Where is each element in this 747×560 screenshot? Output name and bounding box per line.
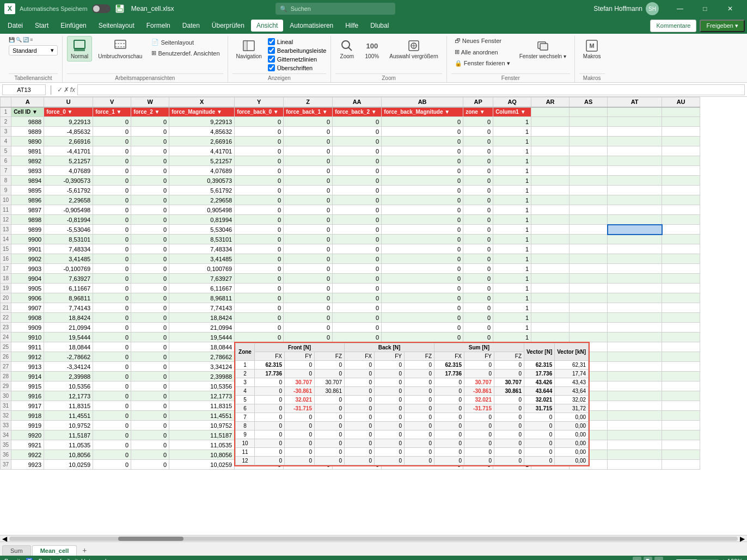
fenster-wechseln-button[interactable]: Fenster wechseln ▾ <box>516 36 570 61</box>
cell-aa11[interactable]: 0 <box>333 205 382 215</box>
cell-as8[interactable] <box>570 176 608 186</box>
menu-ueberpruefen[interactable]: Überprüfen <box>206 20 250 32</box>
cell-x5[interactable]: 4,41701 <box>169 146 235 156</box>
cell-as15[interactable] <box>570 244 608 254</box>
cell-y11[interactable]: 0 <box>235 205 284 215</box>
cell-at9[interactable] <box>608 186 662 195</box>
gitternetzlinien-checkbox-label[interactable]: Gitternetzlinien <box>268 56 327 63</box>
cell-w5[interactable]: 0 <box>131 146 169 156</box>
menu-formeln[interactable]: Formeln <box>141 20 176 32</box>
cell-as4[interactable] <box>570 137 608 146</box>
cell-ar18[interactable] <box>531 274 570 284</box>
cell-aa24[interactable]: 0 <box>333 333 382 342</box>
cell-x28[interactable]: 2,39988 <box>169 372 235 381</box>
cell-ar16[interactable] <box>531 254 570 264</box>
cell-ab5[interactable]: 0 <box>382 146 463 156</box>
cell-w20[interactable]: 0 <box>131 293 169 303</box>
cell-z5[interactable]: 0 <box>284 146 333 156</box>
cell-au37[interactable] <box>662 460 700 470</box>
cell-x14[interactable]: 8,53101 <box>169 235 235 244</box>
cell-at27[interactable] <box>608 362 662 372</box>
cell-u35[interactable]: 11,0535 <box>44 440 93 450</box>
cell-a10[interactable]: 9896 <box>11 195 44 205</box>
cell-aq18[interactable]: 1 <box>493 274 531 284</box>
cell-ap8[interactable]: 0 <box>463 176 493 186</box>
cell-a32[interactable]: 9918 <box>11 411 44 421</box>
cell-aq4[interactable]: 1 <box>493 137 531 146</box>
minimize-button[interactable]: — <box>668 0 693 17</box>
cell-x7[interactable]: 4,07689 <box>169 166 235 176</box>
cell-ar20[interactable] <box>531 293 570 303</box>
cell-au11[interactable] <box>662 205 700 215</box>
cell-x15[interactable]: 7,48334 <box>169 244 235 254</box>
cell-as24[interactable] <box>570 333 608 342</box>
cell-ar8[interactable] <box>531 176 570 186</box>
cell-ab15[interactable]: 0 <box>382 244 463 254</box>
cell-ap20[interactable]: 0 <box>463 293 493 303</box>
col-y-header[interactable]: Y <box>235 97 284 107</box>
alle-anordnen-button[interactable]: ⊞ Alle anordnen <box>451 47 513 57</box>
cell-a4[interactable]: 9890 <box>11 137 44 146</box>
cell-ar23[interactable] <box>531 323 570 333</box>
cell-a22[interactable]: 9908 <box>11 313 44 323</box>
cell-au34[interactable] <box>662 430 700 440</box>
cell-u21[interactable]: 7,74143 <box>44 303 93 313</box>
zoom-plus-btn[interactable]: + <box>721 558 725 560</box>
cell-z12[interactable]: 0 <box>284 215 333 225</box>
cell-u7[interactable]: 4,07689 <box>44 166 93 176</box>
cell-v21[interactable]: 0 <box>93 303 131 313</box>
cell-ap4[interactable]: 0 <box>463 137 493 146</box>
cell-aa10[interactable]: 0 <box>333 195 382 205</box>
cell-v32[interactable]: 0 <box>93 411 131 421</box>
cell-x8[interactable]: 0,390573 <box>169 176 235 186</box>
cell-a26[interactable]: 9912 <box>11 352 44 362</box>
cell-z3[interactable]: 0 <box>284 127 333 137</box>
col-as-header[interactable]: AS <box>570 97 608 107</box>
fx-icon[interactable]: fx <box>70 86 75 94</box>
cell-v17[interactable]: 0 <box>93 264 131 274</box>
cell-ab2[interactable]: 0 <box>382 117 463 127</box>
cell-y17[interactable]: 0 <box>235 264 284 274</box>
cell-v29[interactable]: 0 <box>93 381 131 391</box>
cell-ap23[interactable]: 0 <box>463 323 493 333</box>
cell-aa6[interactable]: 0 <box>333 156 382 166</box>
cell-au20[interactable] <box>662 293 700 303</box>
cell-z22[interactable]: 0 <box>284 313 333 323</box>
cell-as5[interactable] <box>570 146 608 156</box>
col-au-header[interactable]: AU <box>662 97 700 107</box>
menu-automatisieren[interactable]: Automatisieren <box>284 20 339 32</box>
cell-u6[interactable]: 5,21257 <box>44 156 93 166</box>
cell-y21[interactable]: 0 <box>235 303 284 313</box>
cell-au13[interactable] <box>662 225 700 235</box>
cell-as22[interactable] <box>570 313 608 323</box>
cell-au28[interactable] <box>662 372 700 381</box>
cell-z9[interactable]: 0 <box>284 186 333 195</box>
cell-ar17[interactable] <box>531 264 570 274</box>
cell-ap13[interactable]: 0 <box>463 225 493 235</box>
view-normal-button[interactable]: Normal <box>67 36 92 61</box>
cell-ar11[interactable] <box>531 205 570 215</box>
cell-w33[interactable]: 0 <box>131 421 169 430</box>
cell-v5[interactable]: 0 <box>93 146 131 156</box>
cell-as13[interactable] <box>570 225 608 235</box>
cell-v19[interactable]: 0 <box>93 284 131 293</box>
cell-w2[interactable]: 0 <box>131 117 169 127</box>
formula-input[interactable] <box>77 84 745 95</box>
cell-v26[interactable]: 0 <box>93 352 131 362</box>
cell-a27[interactable]: 9913 <box>11 362 44 372</box>
cell-v25[interactable]: 0 <box>93 342 131 352</box>
cell-x32[interactable]: 11,4551 <box>169 411 235 421</box>
cell-u36[interactable]: 10,8056 <box>44 450 93 460</box>
col-x-header[interactable]: X <box>169 97 235 107</box>
cell-z15[interactable]: 0 <box>284 244 333 254</box>
cell-y6[interactable]: 0 <box>235 156 284 166</box>
cell-w13[interactable]: 0 <box>131 225 169 235</box>
cell-a34[interactable]: 9920 <box>11 430 44 440</box>
cell-u13[interactable]: -5,53046 <box>44 225 93 235</box>
grid-wrapper[interactable]: A U V W X Y Z AA AB AP AQ AR AS AT <box>0 97 747 535</box>
auswahl-vergroessern-button[interactable]: Auswahl vergrößern <box>385 36 442 61</box>
page-layout-btn[interactable]: 📄 <box>644 557 652 560</box>
cell-at12[interactable] <box>608 215 662 225</box>
cell-z13[interactable]: 0 <box>284 225 333 235</box>
cell-v15[interactable]: 0 <box>93 244 131 254</box>
